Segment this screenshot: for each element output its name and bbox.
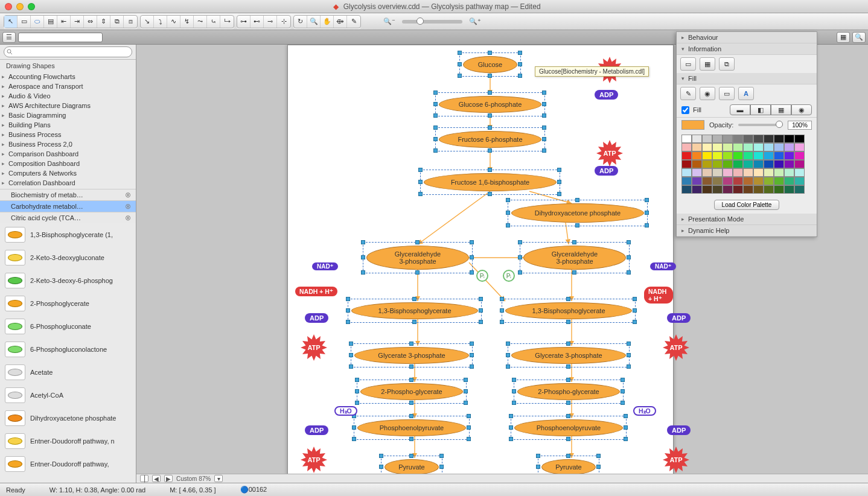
metabolite-gap1[interactable]: Glyceraldehyde 3-phosphate <box>366 246 469 270</box>
open-library-item[interactable]: Biochemistry of metab…⊗ <box>0 189 136 200</box>
color-swatch[interactable] <box>753 177 764 185</box>
category-item[interactable]: Composition Dashboard <box>0 159 136 168</box>
metabolite-bpg2[interactable]: 1,3-Bisphosphoglycerate <box>505 302 632 319</box>
open-library-item[interactable]: Citric acid cycle (TCA…⊗ <box>0 212 136 223</box>
color-swatch[interactable] <box>784 143 794 151</box>
fill-style-pattern[interactable]: ▦ <box>771 104 791 115</box>
color-swatch[interactable] <box>692 151 702 160</box>
shape-item[interactable]: 2-Keto-3-deoxy-6-phosphog <box>0 269 136 292</box>
distribute-v-tool[interactable]: ⇕ <box>97 16 110 28</box>
zoom-dropdown[interactable]: ▾ <box>214 475 223 482</box>
page-next-button[interactable]: ▶ <box>164 475 173 482</box>
color-swatch[interactable] <box>774 185 784 194</box>
color-swatch[interactable] <box>774 151 784 160</box>
library-toggle-button[interactable]: ☰ <box>2 32 16 43</box>
line-tool[interactable]: ↘ <box>141 16 154 28</box>
color-swatch[interactable] <box>681 177 692 185</box>
category-item[interactable]: Computers & Networks <box>0 168 136 178</box>
crop-tool[interactable]: ⟴ <box>334 16 347 28</box>
color-swatch[interactable] <box>743 135 753 143</box>
orthogonal-tool[interactable]: ⮡ <box>220 16 234 28</box>
color-swatch[interactable] <box>681 160 692 168</box>
shape-item[interactable]: 2-Keto-3-deoxygluconate <box>0 246 136 269</box>
presentation-section[interactable]: ▸Presentation Mode <box>677 214 817 225</box>
color-swatch[interactable] <box>681 151 692 160</box>
color-swatch[interactable] <box>692 143 702 151</box>
shape-item[interactable]: 2-Phosphoglycerate <box>0 292 136 315</box>
fill-text-tab[interactable]: A <box>738 87 754 100</box>
metabolite-pg2[interactable]: 2-Phospho-glycerate <box>517 383 620 400</box>
close-library-icon[interactable]: ⊗ <box>125 191 131 199</box>
open-library-item[interactable]: Carbohydrate metabol…⊗ <box>0 200 136 212</box>
dynamic-help-section[interactable]: ▸Dynamic Help <box>677 225 817 237</box>
color-swatch[interactable] <box>681 168 692 177</box>
metabolite-g3p2[interactable]: Glycerate 3-phosphate <box>511 347 626 364</box>
shape-item[interactable]: Dihydroxyacetone phosphate <box>0 407 136 430</box>
smartconnector-tool[interactable]: ⤿ <box>207 16 220 28</box>
color-swatch[interactable] <box>702 135 712 143</box>
color-swatch[interactable] <box>712 151 723 160</box>
magnify-tool[interactable]: 🔍 <box>307 16 321 28</box>
color-swatch[interactable] <box>794 160 805 168</box>
color-swatch[interactable] <box>702 160 712 168</box>
color-swatch[interactable] <box>692 135 702 143</box>
pan-tool[interactable]: ✋ <box>321 16 334 28</box>
fill-style-solid[interactable]: ▬ <box>730 104 750 115</box>
metabolite-g3p1[interactable]: Glycerate 3-phosphate <box>354 347 469 364</box>
category-item[interactable]: Basic Diagramming <box>0 110 136 120</box>
color-swatch[interactable] <box>692 177 702 185</box>
color-swatch[interactable] <box>753 143 764 151</box>
color-swatch[interactable] <box>743 160 753 168</box>
color-swatch[interactable] <box>764 135 774 143</box>
metabolite-f6p[interactable]: Fructose 6-phosphate <box>439 131 541 148</box>
page-first-button[interactable]: ⎮ <box>140 475 148 482</box>
color-swatch[interactable] <box>723 185 733 194</box>
color-swatch[interactable] <box>794 177 805 185</box>
color-swatch[interactable] <box>743 168 753 177</box>
metabolite-bpg1[interactable]: 1,3-Bisphosphoglycerate <box>351 302 478 319</box>
search-button[interactable]: 🔍 <box>852 32 866 43</box>
close-icon[interactable] <box>5 3 12 10</box>
fill-checkbox[interactable] <box>681 106 689 114</box>
zoom-icon[interactable] <box>28 3 35 10</box>
color-swatch[interactable] <box>712 143 723 151</box>
category-item[interactable]: Business Process 2,0 <box>0 139 136 149</box>
color-swatch[interactable] <box>784 151 794 160</box>
color-swatch[interactable] <box>764 151 774 160</box>
shape-item[interactable]: Entner-Doudoroff pathway, n <box>0 430 136 453</box>
fill-solid-tab[interactable]: ◉ <box>700 87 715 100</box>
fill-swatch[interactable] <box>681 120 704 130</box>
connector-tool[interactable]: ⤳ <box>194 16 207 28</box>
fill-gradient-tab[interactable]: ▭ <box>719 87 735 100</box>
color-swatch[interactable] <box>712 168 723 177</box>
arc-tool[interactable]: ⤵ <box>154 16 167 28</box>
color-swatch[interactable] <box>723 168 733 177</box>
color-swatch[interactable] <box>774 168 784 177</box>
minimize-icon[interactable] <box>16 3 24 10</box>
color-swatch[interactable] <box>712 185 723 194</box>
category-item[interactable]: Accounting Flowcharts <box>0 72 136 81</box>
opacity-slider[interactable] <box>738 124 783 126</box>
color-swatch[interactable] <box>712 135 723 143</box>
color-swatch[interactable] <box>753 151 764 160</box>
zoom-label[interactable]: Custom 87% <box>176 475 211 482</box>
color-swatch[interactable] <box>733 151 743 160</box>
color-swatch[interactable] <box>733 168 743 177</box>
category-item[interactable]: Comparison Dashboard <box>0 149 136 159</box>
fill-style-linear[interactable]: ◧ <box>750 104 771 115</box>
info-tab-3[interactable]: ⧉ <box>719 57 735 71</box>
metabolite-pep1[interactable]: Phosphoenolpyruvate <box>357 419 466 436</box>
shape-item[interactable]: Entner-Doudoroff pathway, <box>0 453 136 475</box>
color-swatch[interactable] <box>784 168 794 177</box>
color-swatch[interactable] <box>681 143 692 151</box>
color-swatch[interactable] <box>681 185 692 194</box>
color-swatch[interactable] <box>723 151 733 160</box>
polyline-tool[interactable]: ↯ <box>180 16 194 28</box>
shape-item[interactable]: 1,3-Bisphosphoglycerate (1, <box>0 223 136 246</box>
category-item[interactable]: Aerospace and Transport <box>0 81 136 91</box>
info-tab-2[interactable]: ▦ <box>700 57 715 71</box>
color-swatch[interactable] <box>723 143 733 151</box>
color-swatch[interactable] <box>753 185 764 194</box>
color-swatch[interactable] <box>743 177 753 185</box>
metabolite-pep2[interactable]: Phosphoenolpyruvate <box>514 419 623 436</box>
